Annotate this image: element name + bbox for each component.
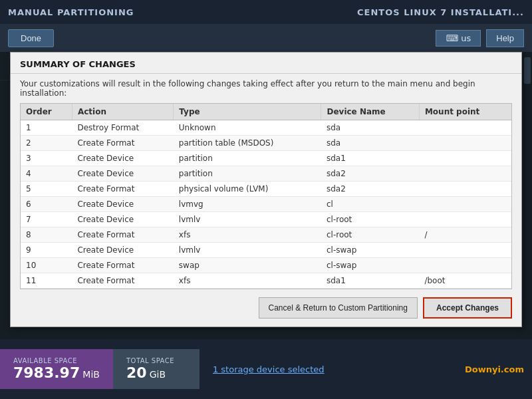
cell-mount [419, 212, 511, 227]
summary-dialog: SUMMARY OF CHANGES Your customizations w… [10, 52, 522, 327]
cell-action: Create Format [72, 258, 173, 273]
cell-order: 7 [21, 212, 72, 227]
cell-action: Create Device [72, 243, 173, 258]
cell-action: Create Device [72, 197, 173, 212]
cell-type: Unknown [174, 120, 321, 136]
cell-type: lvmlv [174, 243, 321, 258]
dialog-desc: Your customizations will result in the f… [11, 74, 521, 103]
cancel-button[interactable]: Cancel & Return to Custom Partitioning [259, 297, 418, 319]
available-space-unit: MiB [82, 369, 100, 380]
table-row: 3Create Devicepartitionsda1 [21, 151, 511, 166]
cell-type: partition [174, 166, 321, 182]
cell-mount [419, 197, 511, 212]
table-header: Order Action Type Device Name Mount poin… [21, 104, 511, 120]
cell-mount: / [419, 227, 511, 243]
col-device-name: Device Name [321, 104, 419, 120]
cell-order: 10 [21, 258, 72, 273]
cell-type: physical volume (LVM) [174, 182, 321, 197]
available-space-label: AVAILABLE SPACE [13, 357, 100, 364]
table-row: 7Create Devicelvmlvcl-root [21, 212, 511, 227]
storage-link[interactable]: 1 storage device selected [213, 364, 325, 374]
cell-action: Create Format [72, 136, 173, 151]
app-title: MANUAL PARTITIONING [8, 7, 134, 17]
total-space-unit: GiB [150, 369, 166, 380]
col-order: Order [21, 104, 72, 120]
cell-device: sda2 [321, 166, 419, 182]
cell-type: lvmlv [174, 212, 321, 227]
cell-order: 8 [21, 227, 72, 243]
table-row: 5Create Formatphysical volume (LVM)sda2 [21, 182, 511, 197]
cell-mount [419, 258, 511, 273]
cell-order: 3 [21, 151, 72, 166]
cell-action: Create Format [72, 273, 173, 289]
table-row: 9Create Devicelvmlvcl-swap [21, 243, 511, 258]
changes-table: Order Action Type Device Name Mount poin… [21, 104, 511, 289]
table-row: 6Create Devicelvmvgcl [21, 197, 511, 212]
cell-type: xfs [174, 273, 321, 289]
table-row: 4Create Devicepartitionsda2 [21, 166, 511, 182]
cell-device: sda2 [321, 182, 419, 197]
table-body: 1Destroy FormatUnknownsda2Create Formatp… [21, 120, 511, 289]
table-row: 11Create Formatxfssda1/boot [21, 273, 511, 289]
cell-order: 5 [21, 182, 72, 197]
bottom-right: Downyi.com [465, 364, 532, 374]
available-space-box: AVAILABLE SPACE 7983.97 MiB [0, 349, 113, 389]
cell-order: 11 [21, 273, 72, 289]
cell-type: partition [174, 151, 321, 166]
cell-device: cl-root [321, 212, 419, 227]
keyboard-lang: us [461, 33, 471, 43]
cell-device: cl [321, 197, 419, 212]
total-space-label: TOTAL SPACE [126, 357, 186, 364]
cell-order: 1 [21, 120, 72, 136]
done-bar: Done ⌨ us Help [0, 24, 532, 52]
cell-mount [419, 166, 511, 182]
cell-device: sda1 [321, 151, 419, 166]
cell-mount [419, 182, 511, 197]
keyboard-icon: ⌨ [446, 33, 458, 43]
accept-changes-button[interactable]: Accept Changes [423, 297, 512, 319]
cell-action: Destroy Format [72, 120, 173, 136]
cell-device: sda [321, 120, 419, 136]
help-button[interactable]: Help [486, 29, 524, 47]
total-space-box: TOTAL SPACE 20 GiB [113, 349, 200, 389]
table-row: 10Create Formatswapcl-swap [21, 258, 511, 273]
cell-order: 2 [21, 136, 72, 151]
cell-action: Create Device [72, 151, 173, 166]
keyboard-widget[interactable]: ⌨ us [436, 30, 481, 47]
cell-action: Create Device [72, 212, 173, 227]
cell-action: Create Format [72, 182, 173, 197]
total-space-value: 20 GiB [126, 364, 186, 381]
available-space-number: 7983.97 [13, 364, 80, 381]
cell-mount: /boot [419, 273, 511, 289]
cell-order: 6 [21, 197, 72, 212]
branding-logo: Downyi.com [465, 364, 524, 374]
cell-type: partition table (MSDOS) [174, 136, 321, 151]
cell-action: Create Device [72, 166, 173, 182]
changes-table-wrap: Order Action Type Device Name Mount poin… [20, 103, 512, 289]
col-type: Type [174, 104, 321, 120]
install-title: CENTOS LINUX 7 INSTALLATI... [357, 7, 524, 17]
available-space-value: 7983.97 MiB [13, 364, 100, 381]
done-button[interactable]: Done [8, 29, 54, 47]
cell-device: cl-swap [321, 243, 419, 258]
table-row: 2Create Formatpartition table (MSDOS)sda [21, 136, 511, 151]
top-bar: MANUAL PARTITIONING CENTOS LINUX 7 INSTA… [0, 0, 532, 24]
cell-device: cl-root [321, 227, 419, 243]
cell-type: xfs [174, 227, 321, 243]
cell-device: cl-swap [321, 258, 419, 273]
cell-mount [419, 243, 511, 258]
total-space-number: 20 [126, 364, 147, 381]
cell-type: lvmvg [174, 197, 321, 212]
bottom-bar: AVAILABLE SPACE 7983.97 MiB TOTAL SPACE … [0, 339, 532, 399]
cell-mount [419, 151, 511, 166]
cell-action: Create Format [72, 227, 173, 243]
done-bar-right: ⌨ us Help [436, 29, 524, 47]
bottom-link-area: 1 storage device selected [200, 364, 465, 374]
table-row: 8Create Formatxfscl-root/ [21, 227, 511, 243]
cell-device: sda [321, 136, 419, 151]
cell-order: 4 [21, 166, 72, 182]
table-header-row: Order Action Type Device Name Mount poin… [21, 104, 511, 120]
dialog-title: SUMMARY OF CHANGES [11, 53, 521, 74]
cell-mount [419, 136, 511, 151]
cell-device: sda1 [321, 273, 419, 289]
